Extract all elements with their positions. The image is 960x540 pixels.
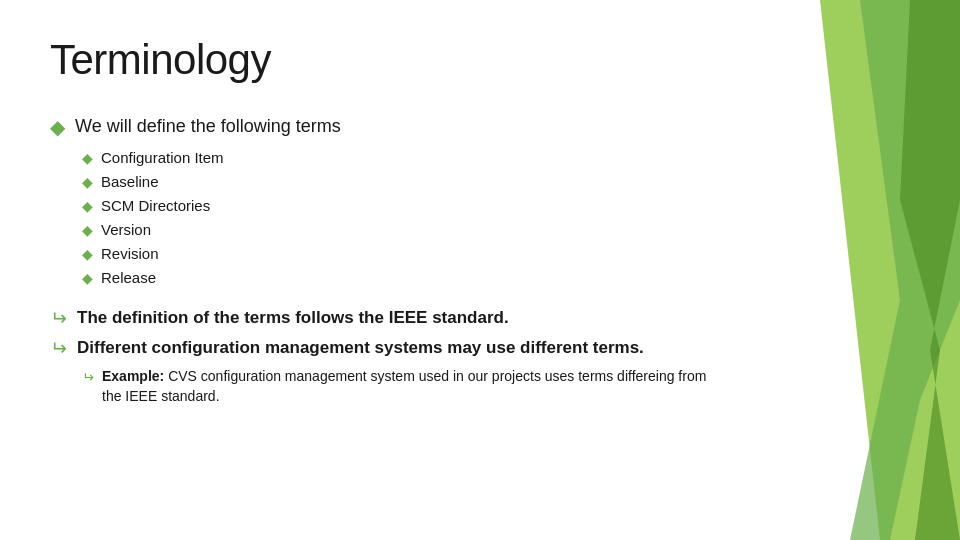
ieee-text-2: Different configuration management syste… [77, 336, 644, 360]
term-baseline: Baseline [101, 171, 159, 192]
list-item: ◆ Configuration Item [82, 147, 710, 168]
term-version: Version [101, 219, 151, 240]
term-scm: SCM Directories [101, 195, 210, 216]
slide-title: Terminology [50, 36, 710, 84]
curved-arrow-icon-1: ↵ [50, 306, 67, 330]
term-release: Release [101, 267, 156, 288]
bullet-icon-l2: ◆ [82, 198, 93, 214]
bullet-icon-l2: ◆ [82, 222, 93, 238]
bullet-intro: ◆ We will define the following terms [50, 114, 710, 139]
list-item: ◆ Version [82, 219, 710, 240]
bullet-icon-l2: ◆ [82, 270, 93, 286]
bullet-ieee1: ↵ The definition of the terms follows th… [50, 306, 710, 330]
ieee-text-1: The definition of the terms follows the … [77, 306, 509, 330]
example-label: Example: [102, 368, 164, 384]
bullet-icon-l2: ◆ [82, 246, 93, 262]
term-config-item: Configuration Item [101, 147, 224, 168]
example-text: Example: CVS configuration management sy… [102, 366, 710, 407]
decorative-shapes [740, 0, 960, 540]
section-ieee: ↵ The definition of the terms follows th… [50, 306, 710, 407]
intro-text: We will define the following terms [75, 114, 341, 139]
curved-arrow-icon-2: ↵ [50, 336, 67, 360]
terms-list: ◆ Configuration Item ◆ Baseline ◆ SCM Di… [82, 147, 710, 288]
list-item: ◆ SCM Directories [82, 195, 710, 216]
example-list: ↵ Example: CVS configuration management … [82, 366, 710, 407]
bullet-icon-intro: ◆ [50, 115, 65, 139]
list-item: ◆ Revision [82, 243, 710, 264]
bullet-icon-l2: ◆ [82, 174, 93, 190]
bullet-ieee2: ↵ Different configuration management sys… [50, 336, 710, 360]
curved-arrow-icon-3: ↵ [82, 369, 94, 385]
example-item: ↵ Example: CVS configuration management … [82, 366, 710, 407]
slide-content: Terminology ◆ We will define the followi… [0, 0, 760, 455]
example-body: CVS configuration management system used… [102, 368, 706, 404]
list-item: ◆ Baseline [82, 171, 710, 192]
bullet-icon-l2: ◆ [82, 150, 93, 166]
list-item: ◆ Release [82, 267, 710, 288]
section-define: ◆ We will define the following terms ◆ C… [50, 114, 710, 288]
term-revision: Revision [101, 243, 159, 264]
